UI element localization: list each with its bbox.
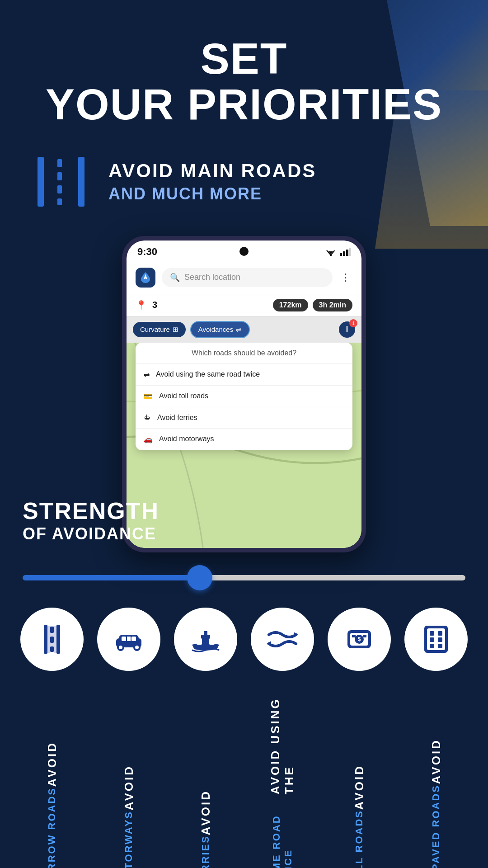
svg-rect-40 bbox=[363, 635, 366, 637]
svg-marker-34 bbox=[267, 641, 271, 646]
svg-point-23 bbox=[119, 646, 122, 649]
svg-rect-39 bbox=[352, 635, 356, 637]
svg-text:$: $ bbox=[358, 636, 361, 642]
svg-rect-4 bbox=[57, 185, 62, 193]
page-title: SET YOUR PRIORITIES bbox=[27, 36, 461, 127]
avoid-label-motorways: AVOID bbox=[122, 765, 136, 810]
dropdown-item-ferries[interactable]: ⛴ Avoid ferries bbox=[136, 407, 352, 429]
svg-rect-10 bbox=[340, 253, 342, 256]
svg-rect-46 bbox=[438, 637, 442, 642]
motorway-icon-item: 🚗 bbox=[144, 435, 153, 443]
filter-bar: Curvature ⊞ Avoidances ⇌ i 1 bbox=[127, 316, 361, 343]
title-line1: SET bbox=[201, 34, 288, 83]
dropdown-item-same-road[interactable]: ⇌ Avoid using the same road twice bbox=[136, 364, 352, 386]
label-ferries: AVOID FERRIES bbox=[174, 689, 237, 868]
strength-label: STRENGTH OF AVOIDANCE bbox=[23, 498, 159, 543]
title-line2: YOUR PRIORITIES bbox=[46, 80, 442, 128]
svg-rect-17 bbox=[50, 627, 54, 633]
motorways-icon bbox=[111, 621, 147, 657]
avoid-label-toll: AVOID bbox=[352, 764, 366, 810]
status-icons bbox=[325, 248, 351, 256]
label-narrow-roads: AVOID NARROW ROADS bbox=[20, 689, 84, 868]
svg-rect-47 bbox=[430, 644, 434, 648]
avoid-label-same-road: AVOID USING THE bbox=[268, 689, 296, 794]
icon-toll-roads[interactable]: $ bbox=[328, 608, 391, 671]
svg-rect-0 bbox=[38, 157, 44, 207]
narrow-roads-icon bbox=[34, 621, 70, 657]
label-motorways: AVOID MOTORWAYS bbox=[97, 689, 160, 868]
svg-rect-32 bbox=[209, 638, 215, 645]
svg-rect-12 bbox=[346, 250, 348, 256]
feature-text: AVOID MAIN ROADS AND MUCH MORE bbox=[108, 160, 316, 203]
label-same-road: AVOID USING THE SAME ROAD TWICE bbox=[251, 689, 314, 868]
svg-rect-44 bbox=[438, 631, 442, 636]
menu-dots-button[interactable]: ⋮ bbox=[339, 270, 352, 285]
label-unpaved-roads: AVOID UNPAVED ROADS bbox=[404, 689, 468, 868]
slider-thumb[interactable] bbox=[187, 565, 212, 590]
label-toll-roads: AVOID TOLL ROADS bbox=[328, 689, 391, 868]
curvature-filter[interactable]: Curvature ⊞ bbox=[133, 322, 186, 337]
dropdown-header: Which roads should be avoided? bbox=[136, 343, 352, 364]
ferry-icon-item: ⛴ bbox=[144, 414, 151, 422]
toll-roads-icon: $ bbox=[341, 621, 377, 657]
slider-track[interactable] bbox=[23, 575, 465, 580]
search-bar[interactable]: 🔍 Search location bbox=[162, 268, 333, 287]
icon-motorways[interactable] bbox=[97, 608, 160, 671]
svg-rect-27 bbox=[131, 637, 136, 641]
route-distance: 172km bbox=[273, 299, 308, 311]
category-label-motorways: MOTORWAYS bbox=[123, 811, 135, 868]
waypoint-number: 3 bbox=[152, 300, 157, 310]
icon-narrow-roads[interactable] bbox=[20, 608, 84, 671]
phone-screen: 9:30 bbox=[127, 241, 361, 548]
same-road-icon bbox=[264, 621, 300, 657]
dropdown-item-toll[interactable]: 💳 Avoid toll roads bbox=[136, 386, 352, 407]
app-logo bbox=[136, 268, 155, 288]
category-label-unpaved: UNPAVED ROADS bbox=[430, 784, 442, 868]
strength-title: STRENGTH bbox=[23, 498, 159, 524]
ferries-icon bbox=[188, 621, 224, 657]
camera-notch bbox=[239, 247, 249, 256]
curvature-label: Curvature bbox=[140, 326, 170, 333]
strength-subtitle: OF AVOIDANCE bbox=[23, 524, 159, 543]
svg-rect-28 bbox=[127, 637, 131, 641]
map-area: Which roads should be avoided? ⇌ Avoid u… bbox=[127, 343, 361, 548]
svg-rect-31 bbox=[197, 638, 202, 645]
waypoint-icon: 📍 bbox=[136, 300, 147, 311]
svg-rect-15 bbox=[44, 625, 47, 654]
signal-icon bbox=[340, 248, 351, 256]
svg-rect-2 bbox=[57, 159, 62, 167]
app-header: 🔍 Search location ⋮ bbox=[127, 261, 361, 294]
icon-same-road[interactable] bbox=[251, 608, 314, 671]
dropdown-item-motorways[interactable]: 🚗 Avoid motorways bbox=[136, 429, 352, 450]
search-placeholder: Search location bbox=[184, 273, 240, 282]
notification-badge: 1 bbox=[349, 319, 357, 327]
svg-rect-11 bbox=[343, 251, 345, 256]
road-icon bbox=[34, 157, 88, 207]
category-label-ferries: FERRIES bbox=[200, 835, 211, 868]
icons-row: $ bbox=[0, 599, 488, 680]
svg-rect-16 bbox=[56, 625, 60, 654]
icon-ferries[interactable] bbox=[174, 608, 237, 671]
avoidances-filter[interactable]: Avoidances ⇌ bbox=[190, 321, 250, 338]
svg-rect-48 bbox=[438, 644, 442, 648]
dropdown-item-text-toll: Avoid toll roads bbox=[159, 392, 208, 400]
svg-rect-19 bbox=[50, 646, 54, 652]
svg-rect-18 bbox=[50, 637, 54, 643]
shuffle-icon: ⇌ bbox=[236, 326, 242, 334]
svg-point-25 bbox=[135, 646, 139, 649]
svg-marker-33 bbox=[294, 632, 298, 637]
feature-main-text: AVOID MAIN ROADS bbox=[108, 160, 316, 182]
search-icon: 🔍 bbox=[170, 273, 180, 283]
route-duration: 3h 2min bbox=[313, 299, 352, 311]
avoid-label-ferries: AVOID bbox=[199, 790, 213, 835]
icon-unpaved-roads[interactable] bbox=[404, 608, 468, 671]
info-badge-container: i 1 bbox=[339, 321, 355, 338]
svg-rect-3 bbox=[57, 172, 62, 180]
avoidances-label: Avoidances bbox=[198, 326, 233, 333]
dropdown-item-text-ferries: Avoid ferries bbox=[157, 414, 197, 422]
category-label-same-road: SAME ROAD TWICE bbox=[271, 794, 294, 868]
svg-rect-1 bbox=[78, 157, 84, 207]
status-time: 9:30 bbox=[137, 246, 157, 258]
app-logo-icon bbox=[139, 271, 152, 284]
svg-rect-13 bbox=[349, 248, 351, 256]
